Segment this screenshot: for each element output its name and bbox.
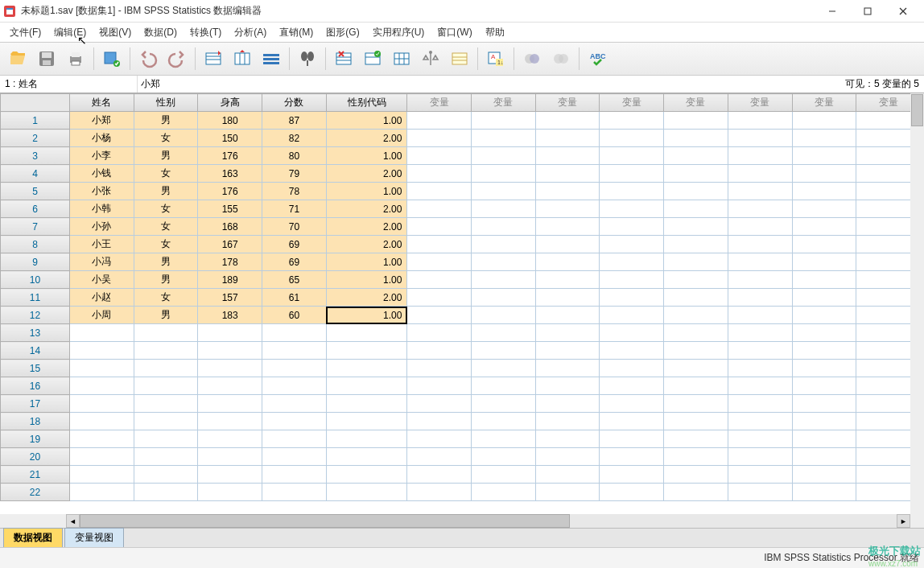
- menu-transform[interactable]: 转换(T): [184, 24, 228, 41]
- data-cell[interactable]: 小张: [69, 183, 134, 200]
- data-cell[interactable]: 183: [198, 307, 262, 324]
- empty-cell[interactable]: [792, 307, 856, 324]
- column-header-empty[interactable]: 变量: [407, 94, 472, 112]
- empty-cell[interactable]: [407, 253, 472, 271]
- empty-cell[interactable]: [535, 360, 600, 377]
- empty-cell[interactable]: [326, 413, 407, 430]
- data-cell[interactable]: 168: [198, 218, 262, 236]
- empty-cell[interactable]: [792, 236, 856, 253]
- empty-cell[interactable]: [134, 324, 198, 342]
- row-header[interactable]: 22: [1, 484, 70, 501]
- empty-cell[interactable]: [856, 360, 910, 377]
- data-cell[interactable]: 2.00: [326, 200, 407, 218]
- data-cell[interactable]: 小周: [69, 307, 134, 324]
- empty-cell[interactable]: [792, 112, 856, 130]
- empty-cell[interactable]: [856, 253, 910, 271]
- empty-cell[interactable]: [600, 342, 664, 360]
- row-header[interactable]: 10: [1, 271, 70, 289]
- data-cell[interactable]: 78: [262, 183, 327, 200]
- empty-cell[interactable]: [472, 307, 536, 324]
- data-cell[interactable]: 1.00: [326, 307, 407, 324]
- data-cell[interactable]: 男: [134, 271, 198, 289]
- empty-cell[interactable]: [792, 395, 856, 413]
- empty-cell[interactable]: [472, 413, 536, 430]
- data-cell[interactable]: 60: [262, 307, 327, 324]
- empty-cell[interactable]: [69, 466, 134, 484]
- empty-cell[interactable]: [792, 377, 856, 395]
- empty-cell[interactable]: [856, 307, 910, 324]
- empty-cell[interactable]: [407, 200, 472, 218]
- empty-cell[interactable]: [664, 236, 728, 253]
- empty-cell[interactable]: [664, 484, 728, 501]
- column-header-empty[interactable]: 变量: [535, 94, 600, 112]
- empty-cell[interactable]: [728, 271, 792, 289]
- row-header[interactable]: 20: [1, 448, 70, 466]
- empty-cell[interactable]: [134, 342, 198, 360]
- empty-cell[interactable]: [728, 307, 792, 324]
- empty-cell[interactable]: [728, 236, 792, 253]
- empty-cell[interactable]: [856, 324, 910, 342]
- empty-cell[interactable]: [535, 130, 600, 147]
- maximize-button[interactable]: [850, 0, 885, 23]
- empty-cell[interactable]: [262, 342, 327, 360]
- row-header[interactable]: 16: [1, 377, 70, 395]
- empty-cell[interactable]: [728, 200, 792, 218]
- empty-cell[interactable]: [326, 324, 407, 342]
- column-header-empty[interactable]: 变量: [728, 94, 792, 112]
- empty-cell[interactable]: [535, 200, 600, 218]
- data-cell[interactable]: 小王: [69, 236, 134, 253]
- empty-cell[interactable]: [535, 342, 600, 360]
- data-cell[interactable]: 2.00: [326, 289, 407, 307]
- empty-cell[interactable]: [600, 253, 664, 271]
- empty-cell[interactable]: [664, 183, 728, 200]
- empty-cell[interactable]: [472, 377, 536, 395]
- data-cell[interactable]: 176: [198, 147, 262, 165]
- empty-cell[interactable]: [472, 253, 536, 271]
- spellcheck-button[interactable]: ABC: [584, 46, 610, 72]
- empty-cell[interactable]: [728, 430, 792, 448]
- empty-cell[interactable]: [600, 200, 664, 218]
- empty-cell[interactable]: [198, 413, 262, 430]
- scroll-right-icon[interactable]: ►: [897, 514, 910, 528]
- empty-cell[interactable]: [856, 200, 910, 218]
- vertical-scrollbar[interactable]: [910, 93, 924, 514]
- cell-value-display[interactable]: 小郑: [137, 76, 840, 93]
- data-cell[interactable]: 87: [262, 112, 327, 130]
- column-header-empty[interactable]: 变量: [600, 94, 664, 112]
- empty-cell[interactable]: [472, 200, 536, 218]
- empty-cell[interactable]: [664, 200, 728, 218]
- data-cell[interactable]: 男: [134, 253, 198, 271]
- empty-cell[interactable]: [856, 147, 910, 165]
- empty-cell[interactable]: [792, 342, 856, 360]
- empty-cell[interactable]: [664, 289, 728, 307]
- empty-cell[interactable]: [262, 448, 327, 466]
- empty-cell[interactable]: [664, 430, 728, 448]
- empty-cell[interactable]: [535, 271, 600, 289]
- empty-cell[interactable]: [472, 130, 536, 147]
- empty-cell[interactable]: [664, 271, 728, 289]
- goto-variable-button[interactable]: [229, 46, 255, 72]
- empty-cell[interactable]: [262, 377, 327, 395]
- undo-button[interactable]: [135, 46, 161, 72]
- empty-cell[interactable]: [664, 466, 728, 484]
- empty-cell[interactable]: [728, 360, 792, 377]
- empty-cell[interactable]: [792, 324, 856, 342]
- empty-cell[interactable]: [407, 430, 472, 448]
- empty-cell[interactable]: [535, 448, 600, 466]
- data-cell[interactable]: 155: [198, 200, 262, 218]
- data-cell[interactable]: 178: [198, 253, 262, 271]
- find-button[interactable]: [295, 46, 320, 72]
- data-cell[interactable]: 2.00: [326, 165, 407, 183]
- empty-cell[interactable]: [407, 183, 472, 200]
- empty-cell[interactable]: [600, 130, 664, 147]
- data-cell[interactable]: 82: [262, 130, 327, 147]
- empty-cell[interactable]: [856, 466, 910, 484]
- empty-cell[interactable]: [407, 395, 472, 413]
- overlap1-button[interactable]: [519, 46, 545, 72]
- empty-cell[interactable]: [198, 324, 262, 342]
- close-button[interactable]: [885, 0, 921, 23]
- empty-cell[interactable]: [728, 183, 792, 200]
- empty-cell[interactable]: [600, 430, 664, 448]
- empty-cell[interactable]: [856, 183, 910, 200]
- data-cell[interactable]: 163: [198, 165, 262, 183]
